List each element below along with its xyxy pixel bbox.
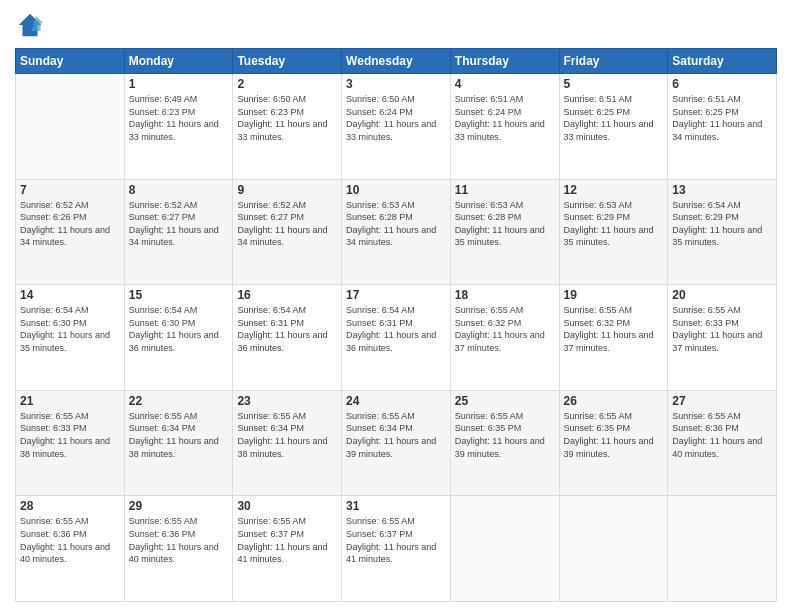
calendar-header-sunday: Sunday xyxy=(16,49,125,74)
calendar-cell: 9Sunrise: 6:52 AMSunset: 6:27 PMDaylight… xyxy=(233,179,342,285)
day-number: 31 xyxy=(346,499,446,513)
calendar-cell: 15Sunrise: 6:54 AMSunset: 6:30 PMDayligh… xyxy=(124,285,233,391)
day-info: Sunrise: 6:55 AMSunset: 6:33 PMDaylight:… xyxy=(20,410,120,460)
day-info: Sunrise: 6:54 AMSunset: 6:31 PMDaylight:… xyxy=(237,304,337,354)
day-number: 28 xyxy=(20,499,120,513)
day-number: 19 xyxy=(564,288,664,302)
day-number: 26 xyxy=(564,394,664,408)
calendar-cell: 13Sunrise: 6:54 AMSunset: 6:29 PMDayligh… xyxy=(668,179,777,285)
day-number: 24 xyxy=(346,394,446,408)
calendar-cell: 2Sunrise: 6:50 AMSunset: 6:23 PMDaylight… xyxy=(233,74,342,180)
day-number: 7 xyxy=(20,183,120,197)
day-info: Sunrise: 6:55 AMSunset: 6:36 PMDaylight:… xyxy=(129,515,229,565)
calendar-cell: 31Sunrise: 6:55 AMSunset: 6:37 PMDayligh… xyxy=(342,496,451,602)
page: SundayMondayTuesdayWednesdayThursdayFrid… xyxy=(0,0,792,612)
calendar-cell: 7Sunrise: 6:52 AMSunset: 6:26 PMDaylight… xyxy=(16,179,125,285)
day-info: Sunrise: 6:53 AMSunset: 6:29 PMDaylight:… xyxy=(564,199,664,249)
day-number: 23 xyxy=(237,394,337,408)
header xyxy=(15,10,777,40)
calendar-header-tuesday: Tuesday xyxy=(233,49,342,74)
day-info: Sunrise: 6:52 AMSunset: 6:27 PMDaylight:… xyxy=(129,199,229,249)
calendar-header-friday: Friday xyxy=(559,49,668,74)
calendar-cell: 24Sunrise: 6:55 AMSunset: 6:34 PMDayligh… xyxy=(342,390,451,496)
day-number: 21 xyxy=(20,394,120,408)
day-info: Sunrise: 6:55 AMSunset: 6:36 PMDaylight:… xyxy=(20,515,120,565)
day-number: 3 xyxy=(346,77,446,91)
calendar-cell: 23Sunrise: 6:55 AMSunset: 6:34 PMDayligh… xyxy=(233,390,342,496)
calendar-cell: 5Sunrise: 6:51 AMSunset: 6:25 PMDaylight… xyxy=(559,74,668,180)
day-info: Sunrise: 6:55 AMSunset: 6:33 PMDaylight:… xyxy=(672,304,772,354)
day-info: Sunrise: 6:55 AMSunset: 6:37 PMDaylight:… xyxy=(346,515,446,565)
calendar-header-wednesday: Wednesday xyxy=(342,49,451,74)
day-info: Sunrise: 6:54 AMSunset: 6:31 PMDaylight:… xyxy=(346,304,446,354)
day-number: 15 xyxy=(129,288,229,302)
day-info: Sunrise: 6:54 AMSunset: 6:30 PMDaylight:… xyxy=(20,304,120,354)
day-number: 6 xyxy=(672,77,772,91)
calendar-cell xyxy=(559,496,668,602)
day-number: 11 xyxy=(455,183,555,197)
calendar-cell xyxy=(16,74,125,180)
calendar-cell xyxy=(450,496,559,602)
day-number: 14 xyxy=(20,288,120,302)
day-number: 30 xyxy=(237,499,337,513)
day-number: 4 xyxy=(455,77,555,91)
day-info: Sunrise: 6:50 AMSunset: 6:24 PMDaylight:… xyxy=(346,93,446,143)
day-info: Sunrise: 6:54 AMSunset: 6:30 PMDaylight:… xyxy=(129,304,229,354)
day-info: Sunrise: 6:52 AMSunset: 6:26 PMDaylight:… xyxy=(20,199,120,249)
calendar-cell: 8Sunrise: 6:52 AMSunset: 6:27 PMDaylight… xyxy=(124,179,233,285)
logo-icon xyxy=(15,10,45,40)
day-number: 8 xyxy=(129,183,229,197)
calendar-week-1: 1Sunrise: 6:49 AMSunset: 6:23 PMDaylight… xyxy=(16,74,777,180)
day-number: 20 xyxy=(672,288,772,302)
calendar-cell: 18Sunrise: 6:55 AMSunset: 6:32 PMDayligh… xyxy=(450,285,559,391)
calendar-cell: 26Sunrise: 6:55 AMSunset: 6:35 PMDayligh… xyxy=(559,390,668,496)
calendar-cell: 21Sunrise: 6:55 AMSunset: 6:33 PMDayligh… xyxy=(16,390,125,496)
day-info: Sunrise: 6:55 AMSunset: 6:32 PMDaylight:… xyxy=(455,304,555,354)
day-info: Sunrise: 6:53 AMSunset: 6:28 PMDaylight:… xyxy=(346,199,446,249)
calendar-cell: 17Sunrise: 6:54 AMSunset: 6:31 PMDayligh… xyxy=(342,285,451,391)
day-info: Sunrise: 6:54 AMSunset: 6:29 PMDaylight:… xyxy=(672,199,772,249)
day-info: Sunrise: 6:55 AMSunset: 6:36 PMDaylight:… xyxy=(672,410,772,460)
logo xyxy=(15,10,49,40)
day-number: 13 xyxy=(672,183,772,197)
calendar-cell: 25Sunrise: 6:55 AMSunset: 6:35 PMDayligh… xyxy=(450,390,559,496)
day-number: 12 xyxy=(564,183,664,197)
calendar-cell: 20Sunrise: 6:55 AMSunset: 6:33 PMDayligh… xyxy=(668,285,777,391)
calendar-week-5: 28Sunrise: 6:55 AMSunset: 6:36 PMDayligh… xyxy=(16,496,777,602)
day-number: 29 xyxy=(129,499,229,513)
day-info: Sunrise: 6:51 AMSunset: 6:25 PMDaylight:… xyxy=(672,93,772,143)
calendar-header-row: SundayMondayTuesdayWednesdayThursdayFrid… xyxy=(16,49,777,74)
day-info: Sunrise: 6:55 AMSunset: 6:34 PMDaylight:… xyxy=(346,410,446,460)
day-number: 10 xyxy=(346,183,446,197)
day-info: Sunrise: 6:49 AMSunset: 6:23 PMDaylight:… xyxy=(129,93,229,143)
calendar-cell xyxy=(668,496,777,602)
calendar-header-saturday: Saturday xyxy=(668,49,777,74)
calendar-cell: 19Sunrise: 6:55 AMSunset: 6:32 PMDayligh… xyxy=(559,285,668,391)
calendar-cell: 6Sunrise: 6:51 AMSunset: 6:25 PMDaylight… xyxy=(668,74,777,180)
calendar-cell: 29Sunrise: 6:55 AMSunset: 6:36 PMDayligh… xyxy=(124,496,233,602)
day-info: Sunrise: 6:55 AMSunset: 6:34 PMDaylight:… xyxy=(129,410,229,460)
calendar-cell: 28Sunrise: 6:55 AMSunset: 6:36 PMDayligh… xyxy=(16,496,125,602)
calendar-cell: 12Sunrise: 6:53 AMSunset: 6:29 PMDayligh… xyxy=(559,179,668,285)
day-info: Sunrise: 6:55 AMSunset: 6:32 PMDaylight:… xyxy=(564,304,664,354)
day-number: 1 xyxy=(129,77,229,91)
day-number: 9 xyxy=(237,183,337,197)
calendar-cell: 22Sunrise: 6:55 AMSunset: 6:34 PMDayligh… xyxy=(124,390,233,496)
calendar-cell: 14Sunrise: 6:54 AMSunset: 6:30 PMDayligh… xyxy=(16,285,125,391)
day-info: Sunrise: 6:51 AMSunset: 6:25 PMDaylight:… xyxy=(564,93,664,143)
calendar-cell: 10Sunrise: 6:53 AMSunset: 6:28 PMDayligh… xyxy=(342,179,451,285)
calendar-week-2: 7Sunrise: 6:52 AMSunset: 6:26 PMDaylight… xyxy=(16,179,777,285)
day-number: 22 xyxy=(129,394,229,408)
day-number: 16 xyxy=(237,288,337,302)
day-info: Sunrise: 6:55 AMSunset: 6:37 PMDaylight:… xyxy=(237,515,337,565)
calendar-table: SundayMondayTuesdayWednesdayThursdayFrid… xyxy=(15,48,777,602)
calendar-header-thursday: Thursday xyxy=(450,49,559,74)
calendar-cell: 3Sunrise: 6:50 AMSunset: 6:24 PMDaylight… xyxy=(342,74,451,180)
day-info: Sunrise: 6:53 AMSunset: 6:28 PMDaylight:… xyxy=(455,199,555,249)
calendar-cell: 30Sunrise: 6:55 AMSunset: 6:37 PMDayligh… xyxy=(233,496,342,602)
day-number: 27 xyxy=(672,394,772,408)
day-info: Sunrise: 6:52 AMSunset: 6:27 PMDaylight:… xyxy=(237,199,337,249)
calendar-cell: 11Sunrise: 6:53 AMSunset: 6:28 PMDayligh… xyxy=(450,179,559,285)
day-info: Sunrise: 6:55 AMSunset: 6:35 PMDaylight:… xyxy=(564,410,664,460)
calendar-cell: 1Sunrise: 6:49 AMSunset: 6:23 PMDaylight… xyxy=(124,74,233,180)
